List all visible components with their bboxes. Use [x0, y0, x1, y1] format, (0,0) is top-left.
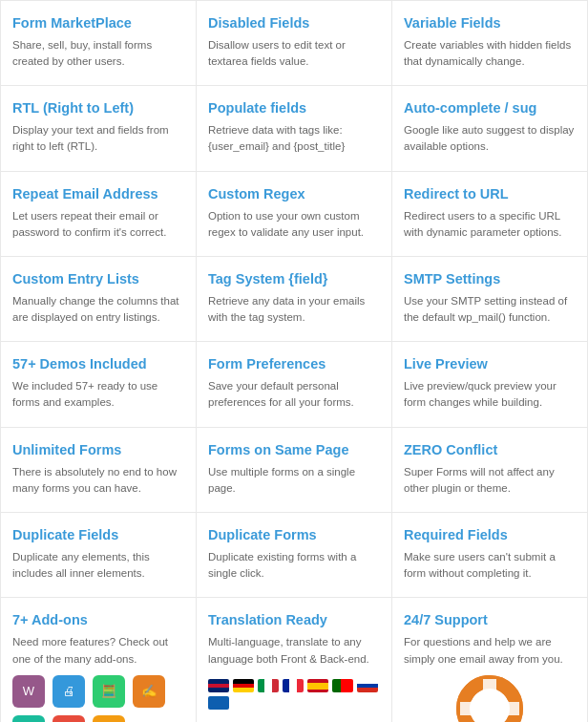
feature-desc-repeat-email: Let users repeat their email or password… [12, 208, 184, 242]
flag-7 [208, 696, 229, 710]
feature-cell-translation-ready: Translation ReadyMulti-language, transla… [197, 598, 392, 722]
feature-title-duplicate-forms: Duplicate Forms [208, 526, 380, 544]
feature-desc-duplicate-fields: Duplicate any elements, this includes al… [12, 549, 184, 583]
feature-desc-duplicate-forms: Duplicate existing forms with a single c… [208, 549, 380, 583]
feature-title-forms-same-page: Forms on Same Page [208, 441, 380, 459]
feature-title-unlimited-forms: Unlimited Forms [12, 441, 184, 459]
feature-title-translation-ready: Translation Ready [208, 611, 380, 629]
feature-cell-live-preview: Live PreviewLive preview/quck preview yo… [392, 342, 588, 427]
lifering-icon [456, 675, 523, 722]
addon-icon-1: 🖨 [52, 675, 85, 708]
feature-title-form-preferences: Form Preferences [208, 355, 380, 373]
addon-icon-2-1: 🔒 [52, 715, 85, 722]
feature-desc-live-preview: Live preview/quck preview your form chan… [404, 378, 576, 412]
feature-title-redirect-url: Redirect to URL [404, 185, 576, 203]
feature-desc-support: For questions and help we are simply one… [404, 634, 576, 668]
feature-cell-tag-system: Tag System {field}Retrieve any data in y… [197, 257, 392, 342]
feature-cell-redirect-url: Redirect to URLRedirect users to a speci… [392, 172, 588, 257]
addons-icons-row: W🖨🧮✍ [12, 675, 184, 708]
feature-desc-form-preferences: Save your default personal preferences f… [208, 378, 380, 412]
feature-desc-auto-complete: Google like auto suggest to display avai… [404, 122, 576, 156]
feature-desc-57-demos: We included 57+ ready to use forms and e… [12, 378, 184, 412]
feature-title-custom-regex: Custom Regex [208, 185, 380, 203]
feature-title-57-demos: 57+ Demos Included [12, 355, 184, 373]
feature-title-form-marketplace: Form MarketPlace [12, 14, 184, 32]
feature-title-live-preview: Live Preview [404, 355, 576, 373]
feature-cell-forms-same-page: Forms on Same PageUse multiple forms on … [197, 428, 392, 513]
feature-desc-forms-same-page: Use multiple forms on a single page. [208, 464, 380, 498]
flag-0 [208, 679, 229, 692]
flag-2 [258, 679, 279, 692]
addons-icons-row-2: ▣🔒✉ [12, 715, 184, 722]
addon-icon-2-0: ▣ [12, 715, 45, 722]
feature-desc-form-marketplace: Share, sell, buy, install forms created … [12, 37, 184, 71]
feature-desc-addons: Need more features? Check out one of the… [12, 634, 184, 668]
flag-3 [283, 679, 304, 692]
feature-title-duplicate-fields: Duplicate Fields [12, 526, 184, 544]
addon-icon-2: 🧮 [93, 675, 125, 708]
feature-title-disabled-fields: Disabled Fields [208, 14, 380, 32]
feature-cell-custom-entry-lists: Custom Entry ListsManually change the co… [1, 257, 197, 342]
feature-cell-support: 24/7 SupportFor questions and help we ar… [392, 598, 588, 722]
feature-desc-required-fields: Make sure users can't submit a form with… [404, 549, 576, 583]
feature-desc-translation-ready: Multi-language, translate to any languag… [208, 634, 380, 668]
feature-cell-form-preferences: Form PreferencesSave your default person… [197, 342, 392, 427]
feature-cell-disabled-fields: Disabled FieldsDisallow users to edit te… [197, 1, 392, 86]
feature-desc-smtp-settings: Use your SMTP setting instead of the def… [404, 293, 576, 327]
feature-cell-populate-fields: Populate fieldsRetrieve data with tags l… [197, 86, 392, 171]
feature-cell-form-marketplace: Form MarketPlaceShare, sell, buy, instal… [1, 1, 197, 86]
feature-desc-tag-system: Retrieve any data in your emails with th… [208, 293, 380, 327]
feature-title-addons: 7+ Add-ons [12, 611, 184, 629]
flags-area [208, 679, 380, 710]
feature-cell-repeat-email: Repeat Email AddressLet users repeat the… [1, 172, 197, 257]
lifering-area [404, 675, 576, 722]
feature-title-repeat-email: Repeat Email Address [12, 185, 184, 203]
feature-title-required-fields: Required Fields [404, 526, 576, 544]
feature-cell-required-fields: Required FieldsMake sure users can't sub… [392, 513, 588, 598]
addon-icon-2-2: ✉ [93, 715, 125, 722]
feature-desc-custom-entry-lists: Manually change the columns that are dis… [12, 293, 184, 327]
feature-title-variable-fields: Variable Fields [404, 14, 576, 32]
flag-6 [357, 679, 378, 692]
feature-desc-rtl: Display your text and fields from right … [12, 122, 184, 156]
flag-1 [233, 679, 254, 692]
feature-desc-zero-conflict: Super Forms will not affect any other pl… [404, 464, 576, 498]
svg-point-7 [476, 695, 503, 722]
flag-5 [332, 679, 353, 692]
feature-title-populate-fields: Populate fields [208, 99, 380, 117]
feature-cell-duplicate-forms: Duplicate FormsDuplicate existing forms … [197, 513, 392, 598]
feature-title-rtl: RTL (Right to Left) [12, 99, 184, 117]
feature-cell-zero-conflict: ZERO ConflictSuper Forms will not affect… [392, 428, 588, 513]
feature-desc-unlimited-forms: There is absolutely no end to how many f… [12, 464, 184, 498]
feature-desc-disabled-fields: Disallow users to edit text or textarea … [208, 37, 380, 71]
feature-cell-custom-regex: Custom RegexOption to use your own custo… [197, 172, 392, 257]
feature-desc-custom-regex: Option to use your own custom regex to v… [208, 208, 380, 242]
feature-title-support: 24/7 Support [404, 611, 576, 629]
feature-cell-smtp-settings: SMTP SettingsUse your SMTP setting inste… [392, 257, 588, 342]
feature-title-auto-complete: Auto-complete / sug [404, 99, 576, 117]
addon-icon-3: ✍ [133, 675, 165, 708]
feature-cell-unlimited-forms: Unlimited FormsThere is absolutely no en… [1, 428, 197, 513]
feature-title-zero-conflict: ZERO Conflict [404, 441, 576, 459]
addon-icon-0: W [12, 675, 45, 708]
feature-cell-auto-complete: Auto-complete / sugGoogle like auto sugg… [392, 86, 588, 171]
feature-title-custom-entry-lists: Custom Entry Lists [12, 270, 184, 288]
feature-cell-57-demos: 57+ Demos IncludedWe included 57+ ready … [1, 342, 197, 427]
feature-desc-variable-fields: Create variables with hidden fields that… [404, 37, 576, 71]
feature-title-tag-system: Tag System {field} [208, 270, 380, 288]
features-grid: Form MarketPlaceShare, sell, buy, instal… [0, 0, 588, 722]
feature-title-smtp-settings: SMTP Settings [404, 270, 576, 288]
feature-desc-redirect-url: Redirect users to a specific URL with dy… [404, 208, 576, 242]
feature-desc-populate-fields: Retrieve data with tags like: {user_emai… [208, 122, 380, 156]
feature-cell-rtl: RTL (Right to Left)Display your text and… [1, 86, 197, 171]
feature-cell-duplicate-fields: Duplicate FieldsDuplicate any elements, … [1, 513, 197, 598]
feature-cell-variable-fields: Variable FieldsCreate variables with hid… [392, 1, 588, 86]
flag-4 [307, 679, 328, 692]
feature-cell-addons: 7+ Add-onsNeed more features? Check out … [1, 598, 197, 722]
